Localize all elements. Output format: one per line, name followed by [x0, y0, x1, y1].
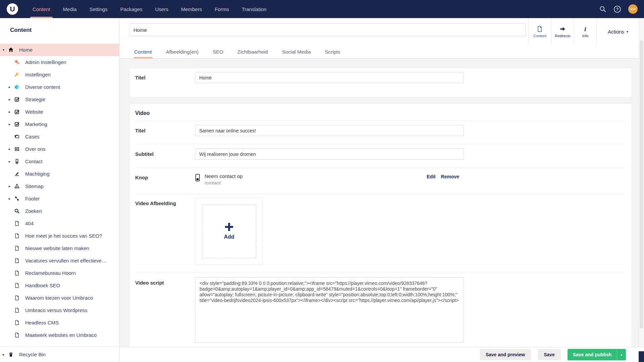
- video-titel-input[interactable]: [195, 125, 464, 136]
- expand-caret-icon[interactable]: ▸: [9, 110, 13, 114]
- titel-input[interactable]: [195, 72, 464, 83]
- section-title: Content: [10, 27, 119, 34]
- tree-item-label: 404: [25, 221, 36, 226]
- expand-caret-icon[interactable]: ▾: [3, 48, 7, 52]
- editor-scroll-area: Titel Video Titel Subtitel: [120, 59, 639, 347]
- document-icon: [14, 333, 19, 338]
- tree-item-handboek-seo[interactable]: Handboek SEO: [0, 279, 119, 292]
- tree-item-diverse-content[interactable]: ▸Diverse content: [0, 81, 119, 93]
- main-menu: ContentMediaSettingsPackagesUsersMembers…: [26, 0, 273, 18]
- document-icon: [14, 270, 19, 276]
- nav-item-forms[interactable]: Forms: [208, 0, 235, 18]
- tree-item-over-ons[interactable]: ▸Over ons: [0, 143, 119, 155]
- media-add-dropzone[interactable]: Add: [202, 204, 256, 258]
- tree-item-reclamebureau-hoorn[interactable]: Reclamebureau Hoorn: [0, 267, 119, 279]
- nav-item-users[interactable]: Users: [149, 0, 174, 18]
- app-tab-redirects[interactable]: Redirects: [551, 18, 574, 45]
- tree-item-zoeken[interactable]: Zoeken: [0, 205, 119, 217]
- tree-item-404[interactable]: 404: [0, 217, 119, 230]
- tree-item-marketing[interactable]: ▸Marketing: [0, 118, 119, 130]
- document-icon: [14, 221, 19, 226]
- tree-item-label: Contact: [25, 159, 45, 164]
- tab-afbeelding-en[interactable]: Afbeelding(en): [166, 45, 199, 58]
- tab-seo[interactable]: SEO: [213, 45, 223, 58]
- nav-item-packages[interactable]: Packages: [114, 0, 149, 18]
- tab-social-media[interactable]: Social Media: [282, 45, 311, 58]
- sitemap-icon: [14, 184, 19, 189]
- video-subtitel-input[interactable]: [195, 148, 464, 160]
- tab-zichtbaarheid[interactable]: Zichtbaarheid: [237, 45, 268, 58]
- property-label: Video Afbeelding: [135, 198, 195, 265]
- expand-caret-icon[interactable]: ▸: [3, 353, 7, 356]
- tree-item-machtiging[interactable]: Machtiging: [0, 168, 119, 180]
- document-title-input[interactable]: [129, 23, 526, 36]
- tree-item-headless-cms[interactable]: Headless CMS: [0, 316, 119, 329]
- user-avatar[interactable]: ipsis: [628, 4, 638, 14]
- app-tab-content[interactable]: Content: [528, 18, 551, 45]
- video-script-textarea[interactable]: <div style="padding:89.33% 0 0 0;positio…: [195, 277, 464, 343]
- property-row-video-afbeelding: Video Afbeelding Add: [135, 194, 626, 273]
- expand-caret-icon[interactable]: ▸: [9, 122, 13, 126]
- tree-item-hoe-meet-je-het-succes-van-seo[interactable]: Hoe meet je het succes van SEO?: [0, 230, 119, 242]
- tree-item-instellingen[interactable]: Instellingen: [0, 68, 119, 81]
- tree-item-label: Zoeken: [25, 208, 45, 214]
- top-navigation-bar: U ContentMediaSettingsPackagesUsersMembe…: [0, 0, 644, 18]
- tree-item-recycle-bin[interactable]: ▸ Recycle Bin: [0, 346, 119, 362]
- expand-caret-icon[interactable]: ▸: [9, 98, 13, 101]
- nav-item-translation[interactable]: Translation: [235, 0, 273, 18]
- tree-item-strategie[interactable]: ▸Strategie: [0, 93, 119, 106]
- search-icon[interactable]: [599, 6, 606, 13]
- publish-options-caret-icon[interactable]: ▲: [617, 349, 626, 360]
- vertical-scrollbar[interactable]: [639, 18, 644, 347]
- checkbox-icon: [14, 97, 19, 102]
- tree-item-website[interactable]: ▸Website: [0, 106, 119, 118]
- umbraco-logo[interactable]: U: [7, 3, 18, 15]
- tree-item-footer[interactable]: ▸Footer: [0, 192, 119, 205]
- nav-item-settings[interactable]: Settings: [83, 0, 114, 18]
- edit-link[interactable]: Edit: [427, 174, 435, 179]
- save-button[interactable]: Save: [538, 349, 561, 360]
- expand-caret-icon[interactable]: ▸: [9, 197, 13, 200]
- tree-item-vacatures-vervullen-met-effectieve[interactable]: Vacatures vervullen met effectieve…: [0, 254, 119, 267]
- tree-item-maatwerk-websites-en-umbraco[interactable]: Maatwerk websites en Umbraco: [0, 329, 119, 341]
- remove-link[interactable]: Remove: [441, 174, 459, 179]
- tree-item-contact[interactable]: ▸Contact: [0, 155, 119, 168]
- expand-caret-icon[interactable]: ▸: [9, 184, 13, 188]
- tree-item-umbraco-versus-wordpress[interactable]: Umbraco versus Wordpress: [0, 304, 119, 316]
- tree-item-nieuwe-website-laten-maken[interactable]: Nieuwe website laten maken: [0, 242, 119, 254]
- tree-item-label: Home: [19, 47, 35, 53]
- editor-header: Content Redirects i Info Actions Content…: [120, 18, 644, 59]
- group-heading: Video: [135, 104, 626, 121]
- nav-item-members[interactable]: Members: [175, 0, 209, 18]
- save-and-publish-button[interactable]: Save and publish ▲: [568, 349, 626, 360]
- tree-item-admin-instellingen[interactable]: Admin Instellingen: [0, 56, 119, 68]
- expand-caret-icon[interactable]: ▸: [9, 160, 13, 163]
- scrollbar-thumb[interactable]: [640, 40, 643, 328]
- app-tab-info[interactable]: i Info: [574, 18, 597, 45]
- property-label: Subtitel: [135, 148, 195, 160]
- home-icon: [8, 47, 13, 52]
- tree-item-sitemap[interactable]: ▸Sitemap: [0, 180, 119, 192]
- content-tree-sidebar: Content ▾HomeAdmin InstellingenInstellin…: [0, 18, 119, 362]
- save-and-publish-label[interactable]: Save and publish: [568, 349, 617, 360]
- title-property-card: Titel: [129, 68, 632, 97]
- actions-dropdown-button[interactable]: Actions: [597, 18, 639, 45]
- content-tree: ▾HomeAdmin InstellingenInstellingen▸Dive…: [0, 44, 119, 346]
- tree-item-cases[interactable]: Cases: [0, 130, 119, 143]
- help-icon[interactable]: ?: [614, 6, 621, 13]
- tree-item-label: Vacatures vervullen met effectieve…: [25, 258, 109, 263]
- tree-item-label: Admin Instellingen: [25, 59, 69, 65]
- save-and-preview-button[interactable]: Save and preview: [480, 349, 531, 360]
- property-row-video-titel: Titel: [135, 121, 626, 144]
- tree-item-waarom-kiezen-voor-umbraco[interactable]: Waarom kiezen voor Umbraco: [0, 292, 119, 304]
- tab-content[interactable]: Content: [134, 45, 152, 58]
- expand-caret-icon[interactable]: ▸: [9, 147, 13, 151]
- document-icon: [14, 308, 19, 313]
- tree-item-home[interactable]: ▾Home: [0, 44, 119, 56]
- expand-caret-icon[interactable]: ▸: [9, 85, 13, 89]
- tab-scripts[interactable]: Scripts: [325, 45, 340, 58]
- nav-item-content[interactable]: Content: [26, 0, 57, 18]
- nav-item-media[interactable]: Media: [57, 0, 83, 18]
- link-url: /contact/: [205, 180, 243, 185]
- gears-icon: [14, 60, 19, 65]
